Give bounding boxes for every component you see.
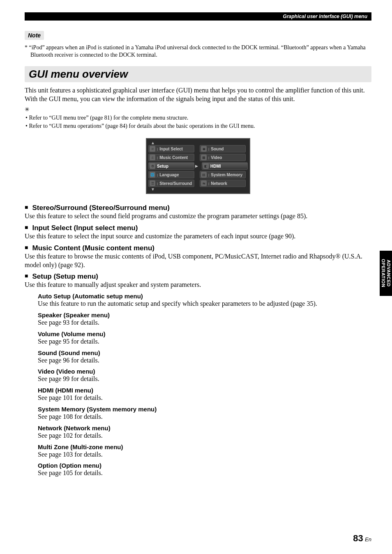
gui-screenshot: ▲ ⎚|Input Select ♫|Music Content ⚙Setup … xyxy=(25,138,371,194)
menu-icon: ⇆ xyxy=(201,180,207,186)
gui-item-stereo-surround: ☰|Stereo/Surround xyxy=(148,180,194,187)
tip-line: • Refer to “GUI menu operations” (page 8… xyxy=(25,122,371,130)
menu-icon: 🌐 xyxy=(150,172,155,178)
setup-sub-item: Video (Video menu) See page 99 for detai… xyxy=(38,368,371,383)
side-tab: ADVANCED OPERATION xyxy=(380,251,392,296)
setup-sub-item: Network (Network menu) See page 102 for … xyxy=(38,425,371,440)
menu-heading: ■Input Select (Input select menu) xyxy=(25,224,371,232)
gui-item-system-memory: ▤|System Memory xyxy=(200,171,246,178)
menu-icon: ☰ xyxy=(150,180,155,186)
menu-icon: ♫ xyxy=(150,155,155,160)
setup-sub-item: Multi Zone (Multi-zone menu) See page 10… xyxy=(38,443,371,459)
gui-item-input-select: ⎚|Input Select xyxy=(148,145,194,152)
menu-body: Use this feature to select the input sou… xyxy=(25,232,371,241)
setup-sub-item: Auto Setup (Automatic setup menu) Use th… xyxy=(38,293,371,308)
menu-icon: ▦ xyxy=(201,155,207,160)
gui-item-music-content: ♫|Music Content xyxy=(148,154,194,161)
page-header-band: Graphical user interface (GUI) menu xyxy=(25,12,371,21)
gui-item-network: ⇆|Network xyxy=(200,180,246,187)
menu-icon: ▤ xyxy=(201,172,207,178)
gui-item-setup: ⚙Setup xyxy=(148,162,194,170)
menu-icon: ◉ xyxy=(201,146,207,152)
down-arrow-icon: ▼ xyxy=(148,187,248,192)
setup-sub-item: System Memory (System memory menu) See p… xyxy=(38,406,371,421)
note-label: Note xyxy=(25,31,44,40)
breadcrumb: Graphical user interface (GUI) menu xyxy=(283,14,367,19)
tip-line: • Refer to “GUI menu tree” (page 81) for… xyxy=(25,114,371,122)
page-lang: En xyxy=(365,536,371,542)
menu-body: Use this feature to manually adjust spea… xyxy=(25,281,371,289)
setup-sub-item: HDMI (HDMI menu) See page 101 for detail… xyxy=(38,387,371,402)
tip-icon: ✳︎ xyxy=(25,106,371,113)
gui-item-language: 🌐|Language xyxy=(148,171,194,178)
menu-heading: ■Setup (Setup menu) xyxy=(25,272,371,281)
section-title: GUI menu overview xyxy=(25,66,371,82)
menu-body: Use this feature to browse the music con… xyxy=(25,252,371,270)
page-footer: 83 En xyxy=(353,533,371,544)
menu-heading: ■Music Content (Music content menu) xyxy=(25,244,371,252)
menu-icon: ⚙ xyxy=(150,163,155,169)
gui-item-sound: ◉|Sound xyxy=(200,145,246,152)
note-body: * “iPod” appears when an iPod is station… xyxy=(25,44,371,59)
right-arrow-icon: ▶ xyxy=(195,162,198,170)
setup-sub-item: Option (Option menu) See page 105 for de… xyxy=(38,462,371,478)
setup-sub-item: Speaker (Speaker menu) See page 93 for d… xyxy=(38,312,371,327)
gui-item-video: ▦|Video xyxy=(200,154,246,161)
gui-item-hdmi: ◧HDMI xyxy=(202,162,248,170)
page-number: 83 xyxy=(353,533,363,543)
up-arrow-icon: ▲ xyxy=(148,141,248,145)
menu-heading: ■Stereo/Surround (Stereo/Surround menu) xyxy=(25,204,371,212)
intro-text: This unit features a sophisticated graph… xyxy=(25,86,371,104)
menu-icon: ⎚ xyxy=(150,146,155,152)
menu-body: Use this feature to select the sound fie… xyxy=(25,212,371,221)
menu-icon: ◧ xyxy=(203,163,209,169)
setup-sub-item: Volume (Volume menu) See page 95 for det… xyxy=(38,330,371,346)
setup-sub-item: Sound (Sound menu) See page 96 for detai… xyxy=(38,349,371,365)
